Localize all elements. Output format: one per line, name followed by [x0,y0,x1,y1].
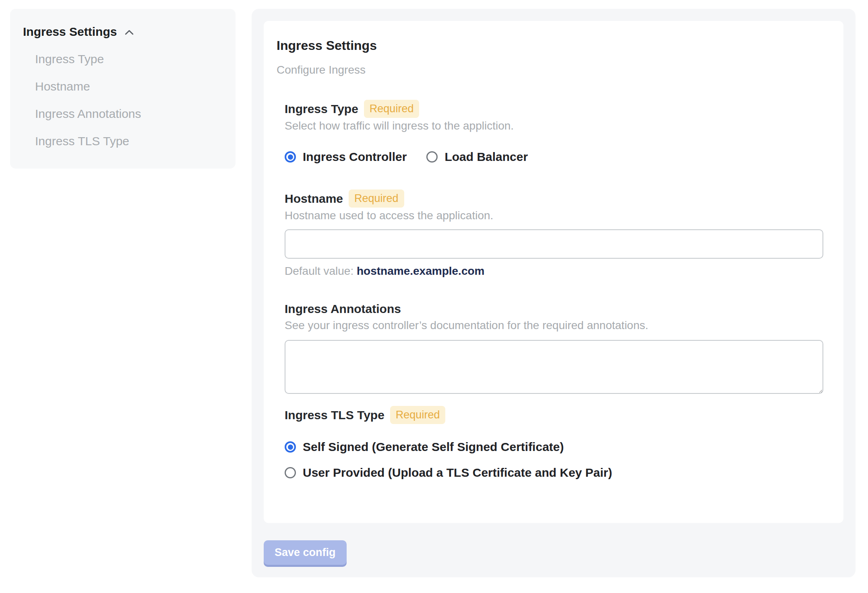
ingress-annotations-description: See your ingress controller’s documentat… [285,318,823,333]
ingress-type-label: Ingress Type [285,101,358,117]
radio-label-user-provided: User Provided (Upload a TLS Certificate … [303,466,612,480]
ingress-settings-panel: Ingress Settings Configure Ingress Ingre… [252,9,856,577]
ingress-type-radio-group: Ingress Controller Load Balancer [285,150,823,164]
radio-unselected-icon[interactable] [426,151,438,163]
ingress-settings-card: Ingress Settings Configure Ingress Ingre… [264,21,843,523]
page-subtitle: Configure Ingress [277,63,823,77]
ingress-type-description: Select how traffic will ingress to the a… [285,119,823,133]
ingress-annotations-textarea[interactable] [285,340,823,394]
radio-selected-icon[interactable] [285,441,296,453]
sidebar-item-ingress-type[interactable]: Ingress Type [35,51,223,68]
radio-option-load-balancer[interactable]: Load Balancer [426,150,528,164]
sidebar-item-hostname[interactable]: Hostname [35,78,223,95]
page-title: Ingress Settings [277,37,823,54]
hostname-label: Hostname [285,190,343,207]
required-badge: Required [349,189,404,208]
form-sections: Ingress Type Required Select how traffic… [285,100,823,480]
sidebar-section-toggle[interactable]: Ingress Settings [23,23,223,40]
radio-label-ingress-controller: Ingress Controller [303,150,407,164]
radio-option-ingress-controller[interactable]: Ingress Controller [285,150,407,164]
section-ingress-annotations: Ingress Annotations See your ingress con… [285,301,823,394]
save-config-button[interactable]: Save config [264,540,347,565]
radio-option-user-provided[interactable]: User Provided (Upload a TLS Certificate … [285,466,823,480]
sidebar-item-ingress-annotations[interactable]: Ingress Annotations [35,105,223,122]
radio-label-self-signed: Self Signed (Generate Self Signed Certif… [303,440,564,454]
radio-selected-icon[interactable] [285,151,296,163]
hostname-description: Hostname used to access the application. [285,208,823,223]
chevron-up-icon [123,27,135,39]
default-value-prefix: Default value: [285,265,357,277]
section-ingress-type: Ingress Type Required Select how traffic… [285,100,823,164]
section-hostname: Hostname Required Hostname used to acces… [285,189,823,278]
ingress-annotations-label: Ingress Annotations [285,301,401,317]
settings-sidebar: Ingress Settings Ingress Type Hostname I… [10,9,236,169]
sidebar-section-title: Ingress Settings [23,23,117,40]
required-badge: Required [364,100,420,118]
section-ingress-tls-type: Ingress TLS Type Required Self Signed (G… [285,406,823,480]
radio-unselected-icon[interactable] [285,467,296,478]
radio-option-self-signed[interactable]: Self Signed (Generate Self Signed Certif… [285,440,823,454]
sidebar-item-list: Ingress Type Hostname Ingress Annotation… [35,51,223,150]
hostname-default-line: Default value: hostname.example.com [285,264,823,278]
radio-label-load-balancer: Load Balancer [444,150,528,164]
ingress-tls-type-label: Ingress TLS Type [285,407,384,424]
required-badge: Required [390,406,446,424]
sidebar-item-ingress-tls-type[interactable]: Ingress TLS Type [35,133,223,150]
default-value-text: hostname.example.com [357,265,484,277]
hostname-input[interactable] [285,229,823,259]
ingress-tls-radio-group: Self Signed (Generate Self Signed Certif… [285,440,823,480]
